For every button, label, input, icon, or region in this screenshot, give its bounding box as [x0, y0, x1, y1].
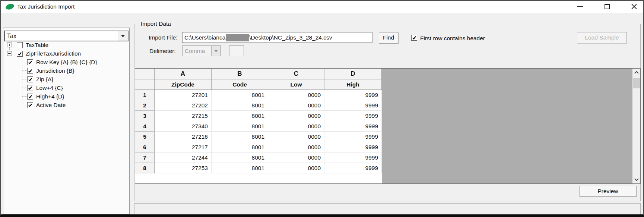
tree-checkbox[interactable]: [17, 51, 23, 57]
tree-item[interactable]: Zip {A}: [3, 75, 129, 84]
column-header-cell[interactable]: Low: [268, 79, 324, 90]
tree-item[interactable]: Active Date: [3, 101, 129, 109]
grid-cell[interactable]: 0000: [268, 142, 324, 152]
expand-plus-icon[interactable]: +: [7, 43, 12, 47]
checkmark-icon: [28, 69, 32, 73]
checkmark-icon: [28, 86, 32, 90]
scrollbar-thumb[interactable]: [633, 78, 640, 88]
tree-item[interactable]: High+4 {D}: [3, 92, 129, 101]
tree-item[interactable]: + TaxTable: [3, 41, 129, 49]
grid-cell[interactable]: 9999: [324, 152, 382, 163]
column-letter-cell[interactable]: A: [155, 69, 212, 79]
grid-cell[interactable]: 0000: [268, 111, 324, 121]
grid-cell[interactable]: 27215: [155, 111, 212, 121]
grid-cell[interactable]: 0000: [268, 132, 324, 142]
minimize-button[interactable]: [571, 1, 589, 12]
combo-dropdown-button[interactable]: [211, 46, 221, 56]
grid-cell[interactable]: 8001: [212, 152, 268, 163]
tree-checkbox[interactable]: [27, 85, 33, 91]
grid-cell[interactable]: 0000: [268, 121, 324, 132]
row-number-cell[interactable]: 3: [135, 111, 155, 121]
combo-dropdown-button[interactable]: [118, 31, 128, 41]
import-data-groupbox: Import Data Import File: C:\Users\bianca…: [134, 24, 641, 201]
grid-cell[interactable]: 0000: [268, 100, 324, 111]
tree-checkbox[interactable]: [27, 68, 33, 74]
preview-button[interactable]: Preview: [580, 186, 636, 197]
table-select-value: Tax: [5, 33, 118, 40]
column-letter-cell[interactable]: B: [212, 69, 268, 79]
grid-cell[interactable]: 8001: [212, 100, 268, 111]
title-bar: Tax Jurisdiction Import: [1, 1, 643, 13]
delimiter-combo[interactable]: Comma: [182, 45, 221, 56]
grid-cell[interactable]: 8001: [212, 121, 268, 132]
grid-empty-backdrop: [382, 69, 632, 183]
grid-cell[interactable]: 27216: [155, 132, 212, 142]
chevron-up-icon: [634, 71, 639, 74]
grid-corner-cell[interactable]: [135, 69, 155, 79]
tree-item[interactable]: Low+4 {C}: [3, 84, 129, 92]
column-header-cell[interactable]: ZipCode: [155, 79, 212, 90]
custom-delimiter-input[interactable]: [229, 45, 244, 56]
grid-cell[interactable]: 8001: [212, 90, 268, 100]
close-icon: [631, 4, 637, 9]
grid-cell[interactable]: 27201: [155, 90, 212, 100]
tree-item-label: ZipFileTaxJurisdiction: [26, 50, 81, 57]
tree-checkbox[interactable]: [27, 59, 33, 65]
grid-cell[interactable]: 27340: [155, 121, 212, 132]
row-number-cell[interactable]: 1: [135, 90, 155, 100]
grid-cell[interactable]: 0000: [268, 152, 324, 163]
grid-cell[interactable]: 0000: [268, 90, 324, 100]
grid-cell[interactable]: 9999: [324, 111, 382, 121]
tree-checkbox[interactable]: [17, 42, 23, 48]
tree-checkbox[interactable]: [27, 76, 33, 82]
grid-cell[interactable]: 27202: [155, 100, 212, 111]
table-select-combo[interactable]: Tax: [4, 31, 129, 41]
first-row-header-checkbox[interactable]: [411, 35, 417, 41]
minimize-icon: [577, 6, 583, 7]
grid-cell[interactable]: 8001: [212, 111, 268, 121]
tree-item-label: Zip {A}: [36, 76, 54, 83]
import-file-input[interactable]: C:\Users\bianca \Desktop\NC_Zips_3_28_24…: [182, 32, 372, 43]
grid-cell[interactable]: 0000: [268, 163, 324, 173]
tree-item[interactable]: Row Key {A} {B} {C} {D}: [3, 58, 129, 66]
collapse-minus-icon[interactable]: −: [7, 51, 12, 56]
tree-item[interactable]: − ZipFileTaxJurisdiction: [3, 49, 129, 58]
row-number-cell[interactable]: 5: [135, 132, 155, 142]
panel-splitter[interactable]: [132, 28, 132, 214]
grid-cell[interactable]: 8001: [212, 163, 268, 173]
scroll-down-button[interactable]: [632, 176, 640, 183]
maximize-icon: [605, 4, 610, 9]
grid-cell[interactable]: 9999: [324, 90, 382, 100]
maximize-button[interactable]: [599, 1, 616, 12]
grid-corner-cell[interactable]: [135, 79, 155, 90]
grid-cell[interactable]: 9999: [324, 163, 382, 173]
grid-cell[interactable]: 8001: [212, 142, 268, 152]
tree-checkbox[interactable]: [27, 94, 33, 100]
row-number-cell[interactable]: 2: [135, 100, 155, 111]
grid-cell[interactable]: 9999: [324, 121, 382, 132]
tree-item[interactable]: Jurisdiction {B}: [3, 66, 129, 75]
find-button[interactable]: Find: [379, 32, 398, 43]
grid-cell[interactable]: 9999: [324, 142, 382, 152]
column-letter-cell[interactable]: C: [268, 69, 324, 79]
vertical-scrollbar[interactable]: [632, 69, 640, 183]
scroll-up-button[interactable]: [632, 69, 640, 76]
close-button[interactable]: [625, 1, 643, 12]
grid-cell[interactable]: 9999: [324, 132, 382, 142]
grid-cell[interactable]: 27244: [155, 152, 212, 163]
first-row-header-label: First row contains header: [420, 35, 485, 42]
load-sample-button[interactable]: Load Sample: [577, 32, 627, 43]
column-header-cell[interactable]: High: [324, 79, 382, 90]
column-header-cell[interactable]: Code: [212, 79, 268, 90]
row-number-cell[interactable]: 8: [135, 163, 155, 173]
row-number-cell[interactable]: 4: [135, 121, 155, 132]
tree-checkbox[interactable]: [27, 102, 33, 108]
grid-cell[interactable]: 9999: [324, 100, 382, 111]
row-number-cell[interactable]: 7: [135, 152, 155, 163]
column-letter-cell[interactable]: D: [324, 69, 382, 79]
grid-cell[interactable]: 27253: [155, 163, 212, 173]
row-number-cell[interactable]: 6: [135, 142, 155, 152]
tree-item-label: Jurisdiction {B}: [36, 67, 74, 74]
grid-cell[interactable]: 27217: [155, 142, 212, 152]
grid-cell[interactable]: 8001: [212, 132, 268, 142]
